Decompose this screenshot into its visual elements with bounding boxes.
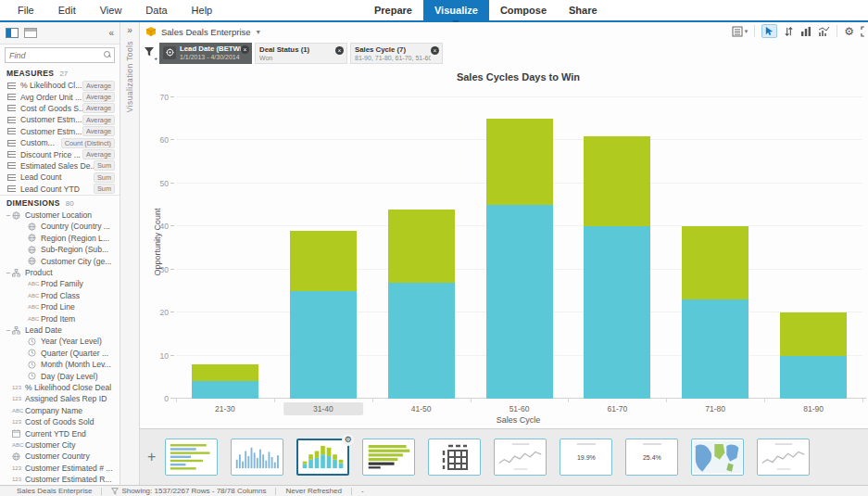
dimension-row[interactable]: ABCProd Family <box>0 278 120 289</box>
bar-segment-lower[interactable] <box>290 291 357 399</box>
dimension-row[interactable]: Quarter (Quarter ... <box>0 348 120 359</box>
add-visualization-button[interactable]: + <box>144 449 165 465</box>
sort-icon[interactable] <box>784 26 794 37</box>
dimension-row[interactable]: 123Assigned Sales Rep ID <box>0 393 120 404</box>
ranking-icon[interactable] <box>800 26 811 37</box>
bar-segment-upper[interactable] <box>290 231 357 291</box>
dimension-row[interactable]: Sub-Region (Sub... <box>0 244 120 255</box>
bar-segment-upper[interactable] <box>192 364 258 382</box>
dataset-chevron-down-icon[interactable]: ▾ <box>257 28 260 36</box>
dimension-row[interactable]: −Product <box>0 267 120 278</box>
gallery-thumb-line[interactable] <box>494 439 547 476</box>
dimension-row[interactable]: Customer City (ge... <box>0 255 120 266</box>
measure-row[interactable]: Lead Count YTDSum <box>0 184 120 195</box>
menu-view[interactable]: View <box>88 5 134 16</box>
collapse-node-icon[interactable]: − <box>5 326 12 335</box>
stacked-bar-71-80[interactable] <box>682 226 748 399</box>
bar-segment-lower[interactable] <box>584 226 650 399</box>
collapse-panel-icon[interactable]: « <box>108 28 114 38</box>
measure-row[interactable]: Avg Order Unit ...Average <box>0 91 120 102</box>
dimension-row[interactable]: Country (Country ... <box>0 221 120 232</box>
gallery-thumb-map[interactable] <box>691 439 744 476</box>
dimension-row[interactable]: ABCProd Item <box>0 312 120 324</box>
x-category-label[interactable]: 61-70 <box>607 402 627 415</box>
thumbnail-settings-gear-icon[interactable]: ⚙ <box>342 434 354 446</box>
filter-token-deal-status[interactable]: Deal Status (1) Won × <box>255 43 347 64</box>
gallery-thumb-kpi[interactable]: 25.4% <box>625 439 678 476</box>
gallery-thumb-crosstab[interactable] <box>428 439 481 476</box>
gallery-thumb-kpi[interactable]: 19.9% <box>560 439 612 476</box>
gallery-thumb-stacked-columns-selected[interactable]: ⚙ <box>296 439 349 476</box>
bar-segment-lower[interactable] <box>780 356 847 399</box>
measure-row[interactable]: Cost of Goods S...Average <box>0 103 120 114</box>
x-category-label[interactable]: 31-40 <box>283 402 363 415</box>
dimension-row[interactable]: 123Customer Estimated # ... <box>0 463 120 474</box>
dimension-row[interactable]: ABCProd Line <box>0 301 120 312</box>
x-category-label[interactable]: 21-30 <box>215 402 235 415</box>
dimension-row[interactable]: Month (Month Lev... <box>0 359 120 370</box>
stacked-bar-21-30[interactable] <box>192 364 258 399</box>
gallery-thumb-stacked-bars-h[interactable] <box>362 439 415 476</box>
tab-compose[interactable]: Compose <box>489 0 558 20</box>
dimension-row[interactable]: 123% Likelihood Close Deal <box>0 382 120 393</box>
dataset-title[interactable]: Sales Deals Enterprise <box>161 27 251 37</box>
close-icon[interactable]: × <box>431 46 439 55</box>
select-tool-icon[interactable] <box>761 24 777 38</box>
dimension-row[interactable]: Day (Day Level) <box>0 370 120 381</box>
menu-help[interactable]: Help <box>180 5 225 16</box>
collapse-node-icon[interactable]: − <box>5 211 12 220</box>
dimension-row[interactable]: ABCCustomer City <box>0 439 120 451</box>
stacked-bar-61-70[interactable] <box>584 136 650 399</box>
dimension-row[interactable]: Current YTD End <box>0 427 120 439</box>
find-input[interactable] <box>6 51 98 60</box>
collapse-node-icon[interactable]: − <box>5 269 12 277</box>
x-category-label[interactable]: 51-60 <box>509 402 530 415</box>
bar-segment-upper[interactable] <box>682 226 748 299</box>
measure-row[interactable]: % Likelihood Cl...Average <box>0 80 120 91</box>
dimension-row[interactable]: Customer Country <box>0 451 120 462</box>
gallery-thumb-bars-h[interactable] <box>165 439 218 476</box>
expand-tools-icon[interactable]: » <box>120 22 139 35</box>
settings-gear-icon[interactable]: ⚙ <box>844 26 854 37</box>
stacked-bar-51-60[interactable] <box>486 119 553 399</box>
menu-edit[interactable]: Edit <box>46 5 88 16</box>
add-filter-icon[interactable]: + <box>144 46 155 59</box>
bar-segment-upper[interactable] <box>584 136 650 227</box>
x-category-label[interactable]: 41-50 <box>411 402 432 415</box>
stacked-bar-31-40[interactable] <box>290 231 357 399</box>
stacked-bar-41-50[interactable] <box>388 210 455 399</box>
maximize-icon[interactable] <box>861 26 868 37</box>
measure-row[interactable]: Lead CountSum <box>0 172 120 183</box>
layout-left-panel-icon[interactable] <box>6 28 19 38</box>
measure-row[interactable]: Custom...Count (Distinct) <box>0 137 120 148</box>
bar-segment-upper[interactable] <box>388 210 455 283</box>
dimension-row[interactable]: −Lead Date <box>0 324 120 336</box>
filter-token-sales-cycle[interactable]: Sales Cycle (7) 81-90, 71-80, 61-70, 51-… <box>350 43 443 64</box>
measure-row[interactable]: Customer Estm...Average <box>0 114 120 125</box>
dimension-row[interactable]: ABCCompany Name <box>0 405 120 416</box>
menu-data[interactable]: Data <box>133 5 179 16</box>
dimension-row[interactable]: ABCProd Class <box>0 290 120 301</box>
bar-segment-lower[interactable] <box>486 205 553 399</box>
x-category-label[interactable]: 71-80 <box>705 402 725 415</box>
dimension-row[interactable]: 123Customer Estimated R... <box>0 474 120 485</box>
measure-row[interactable]: Customer Estm...Average <box>0 126 120 137</box>
gallery-thumb-columns[interactable] <box>231 439 283 476</box>
measure-row[interactable]: Discount Price ...Average <box>0 148 120 159</box>
bar-segment-lower[interactable] <box>192 381 258 399</box>
dimension-row[interactable]: Region (Region L... <box>0 233 120 244</box>
layout-top-panel-icon[interactable] <box>24 28 37 38</box>
view-mode-dropdown[interactable]: ▾ <box>732 26 748 37</box>
tab-prepare[interactable]: Prepare <box>363 0 423 20</box>
stacked-bar-81-90[interactable] <box>780 312 847 399</box>
bar-segment-upper[interactable] <box>780 312 847 355</box>
trend-chart-icon[interactable] <box>818 26 830 37</box>
bar-segment-upper[interactable] <box>486 119 553 205</box>
gallery-thumb-line[interactable] <box>757 439 810 476</box>
measure-row[interactable]: Estimated Sales De...Sum <box>0 160 120 172</box>
dimension-row[interactable]: 123Cost of Goods Sold <box>0 416 120 427</box>
close-icon[interactable]: × <box>241 45 249 54</box>
tab-visualize[interactable]: Visualize <box>423 0 489 20</box>
bar-segment-lower[interactable] <box>682 299 748 399</box>
x-category-label[interactable]: 81-90 <box>803 402 824 415</box>
